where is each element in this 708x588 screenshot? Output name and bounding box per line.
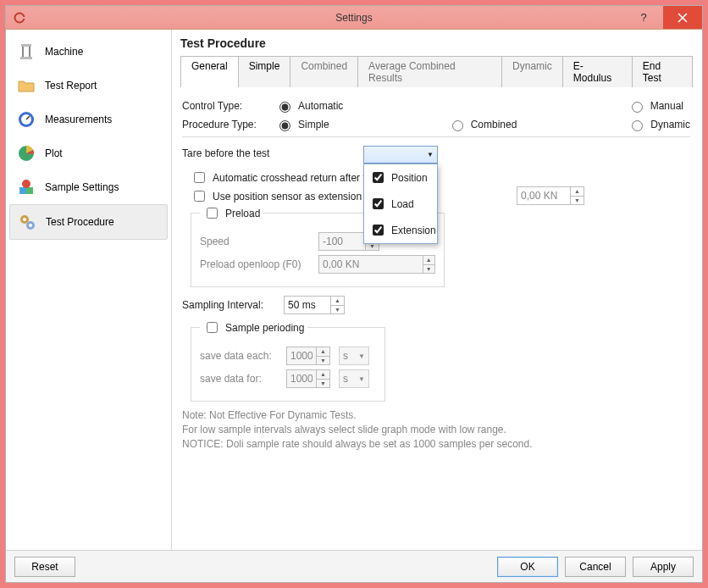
radio-combined[interactable]: Combined xyxy=(448,118,517,131)
sidebar-item-machine[interactable]: Machine xyxy=(9,35,168,69)
svg-point-16 xyxy=(23,218,26,221)
tare-dropdown-button[interactable]: ▼ xyxy=(363,146,438,164)
gears-icon xyxy=(17,212,37,232)
tare-option-position[interactable]: Position xyxy=(364,164,437,191)
sidebar-item-sample-settings[interactable]: Sample Settings xyxy=(9,170,168,204)
sidebar-item-plot[interactable]: Plot xyxy=(9,136,168,170)
chevron-down-icon: ▼ xyxy=(427,151,434,158)
tab-simple[interactable]: Simple xyxy=(238,56,291,87)
svg-rect-4 xyxy=(21,44,31,47)
svg-rect-12 xyxy=(19,187,26,194)
tab-dynamic[interactable]: Dynamic xyxy=(501,56,563,87)
save-for-unit[interactable]: s▼ xyxy=(339,369,369,388)
chk-auto-return[interactable]: Automatic crosshead return after the t xyxy=(191,169,383,186)
save-each-label: save data each: xyxy=(200,350,278,362)
help-button[interactable]: ? xyxy=(624,6,663,29)
radio-dynamic[interactable]: Dynamic xyxy=(628,118,690,131)
radio-automatic[interactable]: Automatic xyxy=(275,99,343,113)
titlebar: Settings ? xyxy=(6,6,702,30)
svg-rect-7 xyxy=(20,57,32,59)
svg-rect-6 xyxy=(29,47,30,57)
ok-button[interactable]: OK xyxy=(497,557,558,577)
sidebar-item-label: Sample Settings xyxy=(45,181,119,193)
gauge-icon xyxy=(16,109,36,130)
threshold-spinner[interactable]: ▲▼ xyxy=(517,186,584,205)
tabstrip: General Simple Combined Average Combined… xyxy=(180,55,692,87)
save-each-spinner[interactable]: ▲▼ xyxy=(286,347,330,365)
close-button[interactable] xyxy=(663,6,702,29)
app-icon xyxy=(13,11,26,25)
chk-use-position-ext[interactable]: Use position sensor as extension after: xyxy=(191,188,388,204)
sidebar-item-label: Test Report xyxy=(45,80,97,92)
piechart-icon xyxy=(16,143,36,164)
save-for-spinner[interactable]: ▲▼ xyxy=(286,369,330,388)
folder-icon xyxy=(16,75,36,96)
tare-dropdown-menu: Position Load Extension xyxy=(363,164,438,244)
spin-up-icon[interactable]: ▲ xyxy=(571,187,584,197)
cancel-button[interactable]: Cancel xyxy=(565,557,626,577)
sidebar-item-label: Machine xyxy=(45,46,83,58)
tare-option-extension[interactable]: Extension xyxy=(364,217,437,243)
svg-rect-1 xyxy=(22,17,25,19)
chevron-down-icon: ▼ xyxy=(358,375,365,383)
sidebar: Machine Test Report Measurements Plot Sa… xyxy=(6,30,172,550)
main-panel: Test Procedure General Simple Combined A… xyxy=(172,30,702,550)
sidebar-item-test-report[interactable]: Test Report xyxy=(9,69,168,103)
settings-window: Settings ? Machine Test Report Measureme… xyxy=(5,5,703,583)
svg-rect-5 xyxy=(22,47,24,57)
spin-down-icon[interactable]: ▼ xyxy=(571,197,584,205)
page-title: Test Procedure xyxy=(180,36,692,50)
tab-combined[interactable]: Combined xyxy=(290,56,358,87)
tab-end-test[interactable]: End Test xyxy=(632,56,693,87)
tab-general[interactable]: General xyxy=(180,56,239,87)
radio-simple[interactable]: Simple xyxy=(275,118,329,131)
svg-point-14 xyxy=(22,180,30,188)
reset-button[interactable]: Reset xyxy=(14,557,75,577)
sidebar-item-label: Plot xyxy=(45,147,63,159)
svg-point-18 xyxy=(29,224,32,227)
procedure-type-label: Procedure Type: xyxy=(182,119,275,130)
tare-label: Tare before the test xyxy=(182,147,269,159)
window-title: Settings xyxy=(6,12,702,24)
apply-button[interactable]: Apply xyxy=(633,557,694,577)
sidebar-item-test-procedure[interactable]: Test Procedure xyxy=(9,204,168,240)
machine-icon xyxy=(16,42,36,62)
chevron-down-icon: ▼ xyxy=(358,352,365,360)
tab-emodulus[interactable]: E-Modulus xyxy=(562,56,633,87)
notes: Note: Not Effective For Dynamic Tests. F… xyxy=(182,408,690,451)
save-for-label: save data for: xyxy=(200,373,278,385)
tab-avg-combined[interactable]: Average Combined Results xyxy=(357,56,502,87)
svg-rect-13 xyxy=(26,187,33,194)
radio-manual[interactable]: Manual xyxy=(628,99,683,113)
sidebar-item-label: Test Procedure xyxy=(46,216,114,228)
control-type-label: Control Type: xyxy=(182,100,275,112)
save-each-unit[interactable]: s▼ xyxy=(339,347,369,365)
sample-perioding-group: Sample perioding save data each: ▲▼ s▼ s… xyxy=(191,319,385,402)
tare-option-load[interactable]: Load xyxy=(364,191,437,217)
form-general: Control Type: Automatic Manual Procedure… xyxy=(180,87,692,452)
blocks-icon xyxy=(16,177,36,197)
footer: Reset OK Cancel Apply xyxy=(6,550,702,582)
sampling-interval-label: Sampling Interval: xyxy=(182,299,284,311)
sidebar-item-label: Measurements xyxy=(45,114,112,125)
sidebar-item-measurements[interactable]: Measurements xyxy=(9,103,168,136)
chk-sample-perioding[interactable]: Sample perioding xyxy=(203,319,304,336)
sampling-interval-spinner[interactable]: ▲▼ xyxy=(284,296,345,314)
openloop-label: Preload openloop (F0) xyxy=(200,258,310,270)
openloop-spinner[interactable]: ▲▼ xyxy=(318,255,435,274)
